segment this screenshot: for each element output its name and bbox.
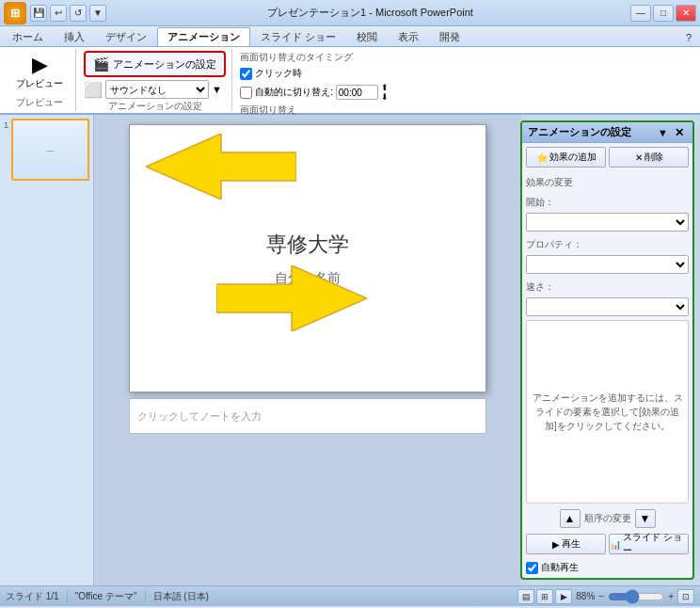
order-row: ▲ 順序の変更 ▼ [526,509,689,528]
statusbar-right: ▤ ⊞ ▶ 88% − + ⊡ [517,589,694,604]
normal-view-button[interactable]: ▤ [517,589,534,604]
animation-settings-button[interactable]: 🎬 アニメーションの設定 [84,51,226,77]
add-effect-button[interactable]: ⭐ 効果の追加 [526,147,606,168]
ribbon-group-preview-content: ▶ プレビュー [9,51,70,94]
animation-panel-pin-icon[interactable]: ▼ [658,127,668,138]
click-checkbox[interactable] [240,68,252,80]
preview-button[interactable]: ▶ プレビュー [9,51,70,94]
slideshow-button[interactable]: 📊 スライド ショー [609,534,689,554]
zoom-out-button[interactable]: − [598,591,604,601]
animation-group-label: アニメーションの設定 [108,100,202,113]
slide-thumb-content: — [13,120,88,179]
remove-effect-button[interactable]: ✕ 削除 [609,147,689,168]
window-controls: — □ ✕ [630,5,696,22]
animation-panel-close-button[interactable]: ✕ [672,126,687,139]
fit-slide-button[interactable]: ⊡ [677,589,694,604]
zoom-in-button[interactable]: + [668,591,674,601]
ribbon-group-timing: 画面切り替えのタイミング クリック時 自動的に切り替え: ⬆⬇ 画面切り替え [234,49,394,111]
transition-row: ⬜ サウンドなし ▼ [84,80,222,99]
property-label: プロパティ： [526,238,689,251]
notes-placeholder: クリックしてノートを入力 [137,409,262,424]
tab-help[interactable]: ? [679,27,698,46]
auto-timing-row: 自動的に切り替え: ⬆⬇ [240,83,389,102]
ribbon: ▶ プレビュー プレビュー 🎬 アニメーションの設定 ⬜ サウンドなし ▼ アニ… [0,47,700,115]
tab-review[interactable]: 校閲 [346,27,388,46]
window-title: プレゼンテーション1 - Microsoft PowerPoint [110,6,630,20]
animation-panel-title: アニメーションの設定 [528,125,658,139]
slide-thumbnail-1[interactable]: — [11,119,89,181]
change-effect-label: 効果の変更 [526,176,689,189]
auto-label: 自動的に切り替え: [255,86,333,99]
ribbon-group-preview: ▶ プレビュー プレビュー [4,49,76,111]
play-button[interactable]: ▶ 再生 [526,534,606,554]
slide-subtitle: 自分の名前 [275,270,341,287]
auto-time-input[interactable] [336,85,378,100]
maximize-button[interactable]: □ [653,5,674,22]
minimize-button[interactable]: — [630,5,651,22]
slideshow-icon: 📊 [610,539,621,550]
animation-panel-header: アニメーションの設定 ▼ ✕ [522,122,692,143]
tab-insert[interactable]: 挿入 [54,27,95,46]
timing-content: クリック時 自動的に切り替え: ⬆⬇ [240,67,389,102]
timing-header-label: 画面切り替えのタイミング [240,51,353,64]
start-dropdown[interactable] [526,213,689,232]
order-up-button[interactable]: ▲ [560,509,581,528]
lang-info: 日本語 (日本) [153,590,209,603]
customize-button[interactable]: ▼ [89,5,106,22]
statusbar-sep-2 [145,590,146,603]
preview-icon: ▶ [32,55,48,75]
speed-dropdown[interactable] [526,297,689,316]
notes-area[interactable]: クリックしてノートを入力 [129,398,486,434]
slide-canvas[interactable]: 専修大学 自分の名前 [129,124,486,392]
time-spinner[interactable]: ⬆⬇ [381,83,389,102]
preview-group-label: プレビュー [16,96,63,109]
animation-settings-icon: 🎬 [93,56,109,72]
slide-thumb-text: — [47,146,55,154]
order-down-button[interactable]: ▼ [635,509,656,528]
view-buttons: ▤ ⊞ ▶ [517,589,572,604]
tab-design[interactable]: デザイン [95,27,157,46]
ribbon-tabs: ホーム 挿入 デザイン アニメーション スライド ショー 校閲 表示 開発 ? [0,26,700,47]
transition-dropdown-icon[interactable]: ▼ [212,84,222,95]
close-button[interactable]: ✕ [676,5,696,22]
save-button[interactable]: 💾 [30,5,47,22]
slideshow-label: スライド ショー [623,531,688,557]
canvas-area: 専修大学 自分の名前 クリックしてノートを入力 [94,115,520,585]
add-effect-icon: ⭐ [536,152,548,163]
undo-button[interactable]: ↩ [50,5,67,22]
tab-view[interactable]: 表示 [388,27,429,46]
remove-effect-icon: ✕ [635,152,643,163]
effect-buttons-row: ⭐ 効果の追加 ✕ 削除 [526,147,689,168]
tab-slideshow[interactable]: スライド ショー [250,27,346,46]
statusbar-sep-1 [67,590,68,603]
office-icon: ⊞ [10,7,20,20]
slideshow-view-button[interactable]: ▶ [555,589,572,604]
remove-effect-label: 削除 [644,151,663,164]
speed-label: 速さ： [526,280,689,294]
click-timing-row: クリック時 [240,67,302,80]
slides-panel: 1 — [0,115,94,585]
tab-developer[interactable]: 開発 [429,27,470,46]
zoom-slider[interactable] [608,591,664,602]
transition-select[interactable]: サウンドなし [105,80,209,99]
ribbon-animation-content: 🎬 アニメーションの設定 ⬜ サウンドなし ▼ [84,51,226,99]
preview-label: プレビュー [16,77,63,90]
tab-animation[interactable]: アニメーション [157,27,250,46]
animation-settings-label: アニメーションの設定 [113,57,216,72]
zoom-level: 88% [576,591,595,601]
autoplay-label: 自動再生 [541,561,579,574]
add-effect-label: 効果の追加 [549,151,597,164]
theme-info: "Office テーマ" [75,590,137,603]
titlebar: ⊞ 💾 ↩ ↺ ▼ プレゼンテーション1 - Microsoft PowerPo… [0,0,700,26]
animation-list-empty-text: アニメーションを追加するには、スライドの要素を選択して[効果の追加]をクリックし… [531,391,684,433]
auto-checkbox[interactable] [240,87,252,99]
tab-home[interactable]: ホーム [2,27,54,46]
slide-number-label: 1 [4,120,8,130]
redo-button[interactable]: ↺ [70,5,87,22]
property-dropdown[interactable] [526,255,689,274]
autoplay-checkbox[interactable] [526,562,538,574]
play-label: 再生 [562,537,581,551]
slide-sorter-button[interactable]: ⊞ [536,589,553,604]
order-label: 順序の変更 [584,509,631,528]
office-button[interactable]: ⊞ [4,2,26,24]
